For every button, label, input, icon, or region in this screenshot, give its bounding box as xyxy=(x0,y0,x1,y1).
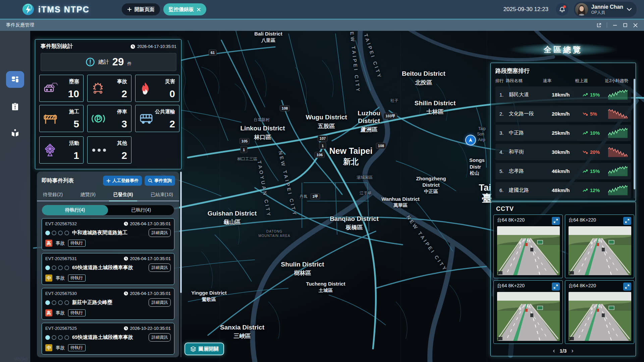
stat-card-congestion[interactable]: 壅塞 10 xyxy=(39,75,84,102)
rank-number: 4. xyxy=(499,149,509,155)
map-label: DATONG xyxy=(266,230,282,233)
map-label: 江子翠 xyxy=(360,190,372,196)
alert-circle-icon xyxy=(86,57,95,67)
road-shield: 105 xyxy=(239,138,250,144)
layer-toggle-label: 圖層開關 xyxy=(199,346,219,352)
detail-button[interactable]: 詳細資訊 xyxy=(149,263,171,272)
event-search-button[interactable]: 事件查詢 xyxy=(145,176,175,186)
map-label: 萬華區 xyxy=(393,202,408,208)
ranking-row[interactable]: 4. 和平街 30km/h 20% xyxy=(495,144,631,160)
ranking-row[interactable]: 5. 忠孝路 46km/h 15% xyxy=(495,163,631,179)
map-label: Airp xyxy=(478,137,485,142)
detail-button[interactable]: 詳細資訊 xyxy=(149,333,171,342)
sidebar-item-incident-report[interactable] xyxy=(6,100,24,113)
tab-close-icon[interactable] xyxy=(197,7,201,12)
week-trend: 5% xyxy=(583,111,608,117)
detail-button[interactable]: 詳細資訊 xyxy=(149,229,171,237)
stat-card-event[interactable]: 活動 1 xyxy=(39,136,84,164)
event-card[interactable]: EVT-202567530 2026-04-17-10:35:01 新莊中正路尖… xyxy=(42,288,174,320)
expand-icon[interactable] xyxy=(552,217,560,225)
maximize-button[interactable] xyxy=(623,23,628,27)
event-card[interactable]: EVT-202567532 2026-04-17-10:35:01 中和連城路夜… xyxy=(42,218,174,250)
user-menu[interactable]: Jannie Chan OP人員 xyxy=(574,2,637,17)
tab-occurred[interactable]: 已發生(8) xyxy=(112,190,133,200)
expand-icon[interactable] xyxy=(623,217,631,225)
cctv-tile[interactable]: 台64 8K+220 xyxy=(493,215,563,278)
map-label: 五股區 xyxy=(318,122,335,130)
tab-pending-register[interactable]: 待登錄(2) xyxy=(42,190,63,200)
brand-bolt-icon xyxy=(21,3,35,16)
stat-card-transit[interactable]: 公共運輸 2 xyxy=(135,105,179,132)
close-button[interactable] xyxy=(633,23,638,28)
status-chip: 待執行 xyxy=(68,309,86,316)
ranking-scrollbar[interactable] xyxy=(634,79,635,198)
week-trend: 10% xyxy=(583,130,608,136)
plus-icon xyxy=(106,179,111,183)
ranking-row[interactable]: 2. 文化路一段 20km/h 5% xyxy=(495,106,631,122)
event-card[interactable]: EVT-202567525 2026-10-22-10:35:01 65快速道路… xyxy=(42,323,174,355)
road-shield: 1甲 xyxy=(310,193,320,199)
map-label: 蘆洲區 xyxy=(361,126,378,133)
detail-button[interactable]: 詳細資訊 xyxy=(149,298,171,307)
cctv-tile[interactable]: 台64 8K+220 xyxy=(565,215,634,278)
event-card[interactable]: EVT-202567531 2026-04-17-10:35:01 65快速道路… xyxy=(42,253,174,285)
tab-closed[interactable]: 已結束(10) xyxy=(150,190,174,200)
stat-card-construction[interactable]: 施工 5 xyxy=(39,105,84,132)
map-label: 林口區 xyxy=(254,133,271,141)
toggle-pending[interactable]: 待執行(4) xyxy=(42,205,108,215)
col-week: 較上週 xyxy=(575,78,600,84)
road-speed: 46km/h xyxy=(552,168,583,174)
cctv-tile[interactable]: 台64 8K+220 xyxy=(493,280,563,344)
event-list-scrollbar[interactable] xyxy=(180,172,182,357)
sidebar-item-dashboard[interactable] xyxy=(6,71,24,88)
page-prev-icon[interactable]: ‹ xyxy=(553,348,555,354)
layer-toggle-button[interactable]: 圖層開關 xyxy=(184,343,224,355)
sparkline-down xyxy=(608,146,628,158)
stat-value: 1 xyxy=(73,150,79,161)
airport-location-marker[interactable] xyxy=(465,135,476,145)
status-chip: 待執行 xyxy=(68,344,86,351)
map-label: Sanxia District xyxy=(220,324,264,331)
tab-overview[interactable]: 總覽(9) xyxy=(80,190,96,200)
layers-icon xyxy=(190,346,196,352)
map-label: Banqiao District xyxy=(330,215,379,223)
user-role: OP人員 xyxy=(591,10,623,15)
cctv-label: 台64 8K+220 xyxy=(497,283,525,289)
controls-divider xyxy=(607,22,607,28)
open-external-button[interactable] xyxy=(596,23,601,28)
stat-card-other[interactable]: 其他 2 xyxy=(87,136,131,164)
stat-card-parking[interactable]: 停車 3 xyxy=(87,105,131,132)
ranking-row[interactable]: 3. 中正路 25km/h 10% xyxy=(495,125,631,141)
total-label: 總計 xyxy=(98,59,109,66)
cctv-pagination: ‹ 1/3 › xyxy=(493,345,633,357)
map-label: District xyxy=(358,117,380,125)
tab-dashboard-label: 監控儀錶板 xyxy=(169,6,194,13)
rank-number: 3. xyxy=(499,130,509,136)
stat-card-disaster[interactable]: 災害 0 xyxy=(135,75,179,102)
new-page-button[interactable]: 開新頁面 xyxy=(122,3,160,15)
event-time: 2026-04-17-10:35:01 xyxy=(124,221,171,226)
minimize-button[interactable] xyxy=(612,23,618,28)
map-gridline xyxy=(487,0,487,362)
page-next-icon[interactable]: › xyxy=(571,348,573,354)
tab-dashboard[interactable]: 監控儀錶板 xyxy=(163,3,206,15)
event-time: 2026-10-22-10:35:01 xyxy=(124,326,171,331)
ranking-row[interactable]: 1. 縣民大道 18km/h 15% xyxy=(495,86,631,103)
event-type: 事故 xyxy=(56,345,65,351)
event-time: 2026-04-17-10:35:01 xyxy=(124,291,171,296)
new-page-label: 開新頁面 xyxy=(135,6,155,13)
map-label: 士林區 xyxy=(427,108,444,116)
ranking-row[interactable]: 6. 建國北路 48km/h 12% xyxy=(495,182,631,198)
expand-icon[interactable] xyxy=(623,283,631,291)
toggle-done[interactable]: 已執行(4) xyxy=(108,205,174,215)
ferris-wheel-icon xyxy=(43,143,57,157)
stat-card-accident[interactable]: 事故 2 xyxy=(87,75,131,102)
manual-register-button[interactable]: 人工登錄事件 xyxy=(103,176,142,186)
sidebar-item-map-guide[interactable] xyxy=(6,126,24,139)
cctv-panel: CCTV 台64 8K+220 xyxy=(490,202,636,356)
notifications-button[interactable] xyxy=(556,3,569,16)
cctv-title: CCTV xyxy=(496,205,633,213)
cctv-tile[interactable]: 台64 8K+220 xyxy=(565,280,634,344)
expand-icon[interactable] xyxy=(552,283,560,291)
event-id: EVT-202567530 xyxy=(45,291,77,296)
